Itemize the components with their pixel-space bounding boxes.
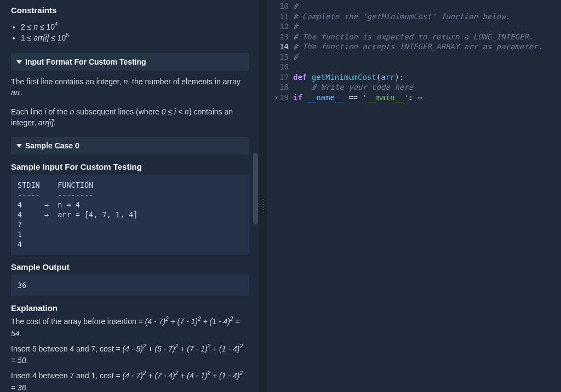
explanation-line: Insert 4 between 7 and 1, cost = (4 - 7)…: [11, 370, 249, 392]
input-format-header[interactable]: Input Format For Custom Testing: [11, 53, 249, 71]
explanation-label: Explanation: [11, 303, 249, 313]
sample-output-label: Sample Output: [11, 262, 249, 272]
line-number: 16: [267, 62, 289, 72]
line-number: 12: [267, 21, 289, 32]
code-area[interactable]: ## Complete the 'getMinimumCost' functio…: [293, 0, 561, 392]
sample-case-header[interactable]: Sample Case 0: [11, 137, 249, 154]
line-number: 14: [267, 42, 289, 52]
code-line[interactable]: # Write your code here˯: [293, 82, 561, 93]
constraint-item: 1 ≤ arr[i] ≤ 105: [21, 33, 249, 42]
code-line[interactable]: # The function is expected to return a L…: [293, 32, 561, 42]
explanation-line: Insert 5 between 4 and 7, cost = (4 - 5)…: [11, 343, 249, 367]
chevron-down-icon: [16, 144, 22, 148]
sample-output-block: 36: [11, 275, 249, 296]
constraints-heading: Constraints: [11, 5, 249, 15]
constraints-list: 2 ≤ n ≤ 104 1 ≤ arr[i] ≤ 105: [11, 22, 249, 42]
line-number: 17: [267, 72, 289, 83]
sample-input-block: STDIN FUNCTION ----- -------- 4 → n = 4 …: [11, 175, 249, 255]
constraint-item: 2 ≤ n ≤ 104: [21, 22, 249, 31]
panel-resize-handle[interactable]: [259, 0, 267, 392]
line-number: 11: [267, 11, 289, 22]
code-line[interactable]: #: [293, 21, 561, 32]
drag-handle-icon: [261, 197, 265, 214]
problem-panel: Constraints 2 ≤ n ≤ 104 1 ≤ arr[i] ≤ 105…: [0, 0, 259, 392]
line-number: 10: [267, 1, 289, 11]
input-format-title: Input Format For Custom Testing: [25, 57, 146, 66]
input-format-para: The first line contains an integer, n, t…: [11, 76, 249, 99]
chevron-down-icon: [16, 60, 22, 64]
code-line[interactable]: # The function accepts INTEGER_ARRAY arr…: [293, 42, 561, 52]
line-number-gutter: 101112131415161718›19: [267, 0, 293, 392]
code-line[interactable]: #: [293, 1, 561, 11]
sample-case-title: Sample Case 0: [25, 141, 79, 150]
code-editor[interactable]: 101112131415161718›19 ## Complete the 'g…: [267, 0, 561, 392]
input-format-para: Each line i of the n subsequent lines (w…: [11, 106, 249, 129]
fold-arrow-icon[interactable]: ›: [274, 93, 278, 103]
code-line[interactable]: def getMinimumCost(arr):: [293, 72, 561, 83]
scrollbar-track[interactable]: [251, 0, 259, 392]
line-number: 13: [267, 32, 289, 42]
code-line[interactable]: [293, 62, 561, 72]
sample-input-label: Sample Input For Custom Testing: [11, 162, 249, 171]
scrollbar-thumb[interactable]: [253, 153, 258, 224]
line-number: ›19: [267, 93, 289, 103]
code-line[interactable]: if __name__ == '__main__': ⋯: [293, 93, 561, 103]
code-line[interactable]: # Complete the 'getMinimumCost' function…: [293, 11, 561, 22]
line-number: 18: [267, 82, 289, 93]
explanation-line: The cost of the array before insertion =…: [11, 316, 249, 339]
line-number: 15: [267, 52, 289, 62]
code-line[interactable]: #: [293, 52, 561, 62]
